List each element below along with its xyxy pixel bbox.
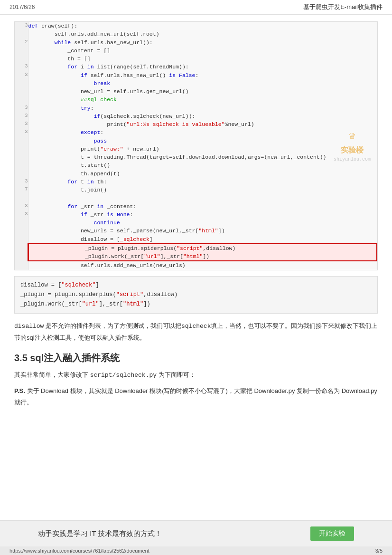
footer: 动手实践是学习 IT 技术最有效的方式！ 开始实验 https://www.sh…: [0, 520, 392, 555]
snippet-line-1: disallow = ["sqlcheck"]: [20, 280, 372, 290]
header-title: 基于爬虫开发E-mail收集插件: [303, 3, 383, 11]
footer-url-text: https://www.shiyanlou.com/courses/761/la…: [9, 548, 149, 554]
description: disallow 是不允许的插件列表，为了方便测试，我们可以把sqlcheck填…: [14, 320, 378, 344]
para2: P.S. 关于 Download 模块，其实就是 Downloader 模块(写…: [14, 385, 378, 408]
page-wrapper: 2017/6/26 基于爬虫开发E-mail收集插件 3def craw(sel…: [0, 0, 392, 422]
snippet-line-2: _plugin = plugin.spiderplus("script",dis…: [20, 290, 372, 299]
watermark-sub: shiyanlou.com: [334, 156, 371, 163]
snippet-box: disallow = ["sqlcheck"] _plugin = plugin…: [14, 276, 378, 314]
footer-cta: 动手实践是学习 IT 技术最有效的方式！: [38, 529, 162, 538]
para1: 其实非常简单，大家修改下 script/sqlcheck.py 为下面即可：: [14, 369, 378, 381]
footer-page: 3/5: [375, 548, 383, 554]
header-date: 2017/6/26: [9, 4, 35, 10]
start-experiment-button[interactable]: 开始实验: [310, 526, 354, 541]
section-heading: 3.5 sql注入融入插件系统: [14, 352, 378, 364]
main-content: 3def craw(self): self.urls.add_new_url(s…: [0, 15, 392, 422]
highlighted-line-1: _plugin = plugin.spiderplus("script",dis…: [15, 244, 377, 252]
snippet-line-3: _plugin.work(_str["url"],_str["html"]): [20, 299, 372, 309]
highlighted-line-2: _plugin.work(_str["url"],_str["html"]): [15, 252, 377, 261]
watermark: ♛ 实验楼 shiyanlou.com: [334, 129, 371, 163]
header-bar: 2017/6/26 基于爬虫开发E-mail收集插件: [0, 0, 392, 15]
footer-main: 动手实践是学习 IT 技术最有效的方式！ 开始实验: [0, 521, 392, 546]
watermark-text: 实验楼: [334, 144, 371, 156]
code-block: 3def craw(self): self.urls.add_new_url(s…: [14, 21, 378, 270]
footer-url-bar: https://www.shiyanlou.com/courses/761/la…: [0, 546, 392, 555]
